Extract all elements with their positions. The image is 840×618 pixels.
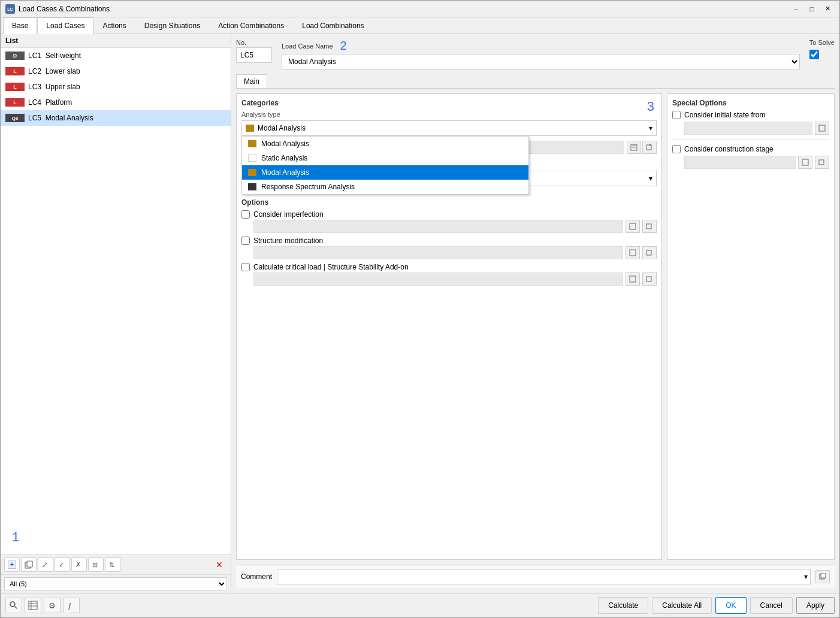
badge-2: 2 <box>340 39 347 53</box>
structure-edit-btn[interactable] <box>626 246 640 259</box>
cancel-button[interactable]: Cancel <box>750 597 793 614</box>
settings-tool-btn[interactable]: ⚙ <box>44 598 61 613</box>
check-button[interactable]: ✓ <box>55 558 70 572</box>
formula-tool-btn[interactable]: ƒ <box>63 598 80 613</box>
svg-line-29 <box>15 607 17 609</box>
dropdown-item-static[interactable]: Static Analysis <box>242 151 528 165</box>
imperfection-open-btn[interactable] <box>642 220 657 233</box>
close-button[interactable]: ✕ <box>820 3 835 15</box>
list-item[interactable]: L LC4 Platform <box>1 95 231 110</box>
structure-mod-field-row <box>253 246 657 259</box>
main-content: List D LC1 Self-weight L LC2 Lower slab <box>1 34 839 593</box>
dropdown-item-modal-analysis-1[interactable]: Modal Analysis <box>242 137 528 151</box>
comment-dropdown-icon: ▾ <box>804 572 808 581</box>
imperfection-edit-btn[interactable] <box>626 220 640 233</box>
tab-actions[interactable]: Actions <box>93 17 135 34</box>
analysis-type-dropdown[interactable]: Modal Analysis ▾ <box>241 120 657 136</box>
modal-edit-btn[interactable] <box>627 141 641 154</box>
tab-load-cases[interactable]: Load Cases <box>37 17 93 34</box>
left-panel: List D LC1 Self-weight L LC2 Lower slab <box>1 34 231 593</box>
special-options-title: Special Options <box>672 99 829 107</box>
sort-button[interactable]: ⇅ <box>105 558 120 572</box>
tab-main[interactable]: Main <box>236 74 267 88</box>
list-item[interactable]: L LC3 Upper slab <box>1 79 231 95</box>
svg-rect-21 <box>630 276 636 282</box>
calculate-all-button[interactable]: Calculate All <box>652 597 712 614</box>
window-title: Load Cases & Combinations <box>19 5 110 13</box>
construction-open-btn[interactable] <box>815 156 829 169</box>
ok-button[interactable]: OK <box>715 597 746 614</box>
initial-state-field-row <box>684 122 829 135</box>
move-button[interactable]: ⤢ <box>38 558 53 572</box>
svg-text:⇅: ⇅ <box>109 561 114 568</box>
dropdown-color-2 <box>248 154 256 162</box>
analysis-type-color <box>246 125 254 132</box>
list-item-selected[interactable]: Qe LC5 Modal Analysis <box>1 110 231 126</box>
table-tool-btn[interactable] <box>25 598 41 613</box>
name-select[interactable]: Modal Analysis <box>282 54 800 69</box>
window-icon: LC <box>5 4 15 14</box>
search-tool-btn[interactable] <box>5 598 22 613</box>
name-field-group: Load Case Name 2 Modal Analysis <box>282 39 800 69</box>
copy-button[interactable] <box>21 558 37 572</box>
initial-state-btn[interactable] <box>815 122 829 135</box>
categories-title: Categories <box>241 99 657 107</box>
delete-button[interactable]: ✕ <box>211 558 227 572</box>
svg-rect-22 <box>646 277 651 281</box>
tab-base[interactable]: Base <box>3 17 37 34</box>
critical-load-checkbox[interactable] <box>241 263 250 271</box>
item-badge-l: L <box>5 67 25 75</box>
critical-load-field-row <box>253 272 657 286</box>
list-item[interactable]: D LC1 Self-weight <box>1 48 231 63</box>
initial-state-checkbox[interactable] <box>672 111 681 119</box>
svg-rect-30 <box>29 601 37 610</box>
svg-rect-20 <box>646 250 651 255</box>
comment-label: Comment <box>241 572 272 581</box>
apply-button[interactable]: Apply <box>796 597 835 614</box>
critical-edit-btn[interactable] <box>626 272 640 286</box>
svg-text:ƒ: ƒ <box>68 601 72 610</box>
svg-point-28 <box>10 602 15 607</box>
calculate-button[interactable]: Calculate <box>598 597 648 614</box>
dropdown-item-modal-analysis-2[interactable]: Modal Analysis <box>242 165 528 180</box>
two-col-layout: 3 Categories Analysis type Modal Analysi… <box>236 93 835 560</box>
minimize-button[interactable]: – <box>789 3 803 15</box>
title-bar-controls: – □ ✕ <box>789 3 835 15</box>
all-select-row: All (5) <box>1 574 231 593</box>
comment-copy-btn[interactable] <box>815 570 830 583</box>
list-item[interactable]: L LC2 Lower slab <box>1 63 231 79</box>
svg-text:LC: LC <box>7 7 13 11</box>
imperfection-checkbox[interactable] <box>241 210 250 219</box>
tab-action-combinations[interactable]: Action Combinations <box>209 17 293 34</box>
item-lc1-label: LC1 Self-weight <box>28 51 81 60</box>
svg-text:⊞: ⊞ <box>92 561 98 568</box>
to-solve-checkbox[interactable] <box>809 50 819 59</box>
list-header: List <box>1 34 231 48</box>
initial-state-group: Consider initial state from <box>672 111 829 135</box>
structure-mod-checkbox[interactable] <box>241 237 250 245</box>
no-input[interactable] <box>236 47 272 63</box>
maximize-button[interactable]: □ <box>805 3 819 15</box>
filter-select[interactable]: All (5) <box>4 577 227 590</box>
structure-open-btn[interactable] <box>642 246 657 259</box>
tab-load-combinations[interactable]: Load Combinations <box>293 17 373 34</box>
comment-section: Comment ▾ <box>236 565 835 588</box>
construction-checkbox[interactable] <box>672 145 681 153</box>
initial-state-field <box>684 122 812 135</box>
critical-open-btn[interactable] <box>642 272 657 286</box>
construction-edit-btn[interactable] <box>798 156 812 169</box>
tab-design-situations[interactable]: Design Situations <box>135 17 209 34</box>
comment-field[interactable]: ▾ <box>277 569 811 584</box>
dropdown-item-response[interactable]: Response Spectrum Analysis <box>242 180 528 194</box>
svg-text:⚙: ⚙ <box>49 601 56 610</box>
to-solve-group: To Solve <box>809 39 835 59</box>
add-button[interactable]: + <box>4 558 20 572</box>
group-button[interactable]: ⊞ <box>88 558 104 572</box>
modal-open-btn[interactable] <box>642 141 657 154</box>
construction-field <box>684 156 796 169</box>
imperfection-field <box>253 220 623 233</box>
item-badge-l2: L <box>5 83 25 91</box>
uncheck-button[interactable]: ✗ <box>71 558 87 572</box>
item-badge-qe: Qe <box>5 114 25 122</box>
svg-rect-24 <box>802 159 808 165</box>
